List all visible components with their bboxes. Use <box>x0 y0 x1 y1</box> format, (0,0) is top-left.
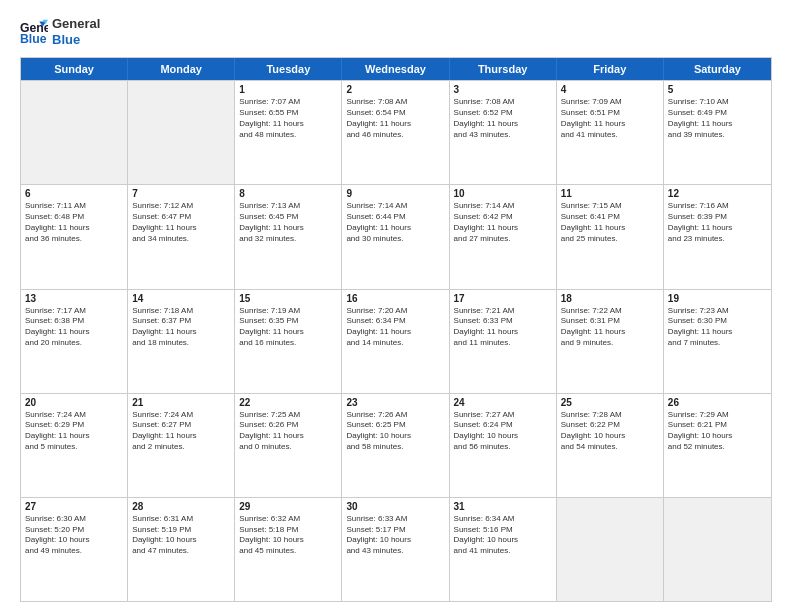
logo-icon: General Blue <box>20 18 48 46</box>
calendar-cell: 11Sunrise: 7:15 AM Sunset: 6:41 PM Dayli… <box>557 185 664 288</box>
logo-text-general: General <box>52 16 100 32</box>
calendar-cell <box>664 498 771 601</box>
day-info: Sunrise: 7:25 AM Sunset: 6:26 PM Dayligh… <box>239 410 337 453</box>
day-number: 25 <box>561 397 659 408</box>
day-info: Sunrise: 7:17 AM Sunset: 6:38 PM Dayligh… <box>25 306 123 349</box>
day-number: 5 <box>668 84 767 95</box>
day-number: 28 <box>132 501 230 512</box>
day-number: 27 <box>25 501 123 512</box>
day-info: Sunrise: 7:08 AM Sunset: 6:52 PM Dayligh… <box>454 97 552 140</box>
day-info: Sunrise: 7:10 AM Sunset: 6:49 PM Dayligh… <box>668 97 767 140</box>
day-info: Sunrise: 7:28 AM Sunset: 6:22 PM Dayligh… <box>561 410 659 453</box>
weekday-header-friday: Friday <box>557 58 664 80</box>
day-info: Sunrise: 7:22 AM Sunset: 6:31 PM Dayligh… <box>561 306 659 349</box>
day-info: Sunrise: 7:27 AM Sunset: 6:24 PM Dayligh… <box>454 410 552 453</box>
day-number: 24 <box>454 397 552 408</box>
calendar-cell: 19Sunrise: 7:23 AM Sunset: 6:30 PM Dayli… <box>664 290 771 393</box>
weekday-header-wednesday: Wednesday <box>342 58 449 80</box>
calendar-cell: 17Sunrise: 7:21 AM Sunset: 6:33 PM Dayli… <box>450 290 557 393</box>
day-number: 17 <box>454 293 552 304</box>
day-number: 6 <box>25 188 123 199</box>
calendar-cell: 10Sunrise: 7:14 AM Sunset: 6:42 PM Dayli… <box>450 185 557 288</box>
calendar-cell <box>557 498 664 601</box>
weekday-header-monday: Monday <box>128 58 235 80</box>
calendar-cell: 23Sunrise: 7:26 AM Sunset: 6:25 PM Dayli… <box>342 394 449 497</box>
calendar-cell: 9Sunrise: 7:14 AM Sunset: 6:44 PM Daylig… <box>342 185 449 288</box>
page: General Blue General Blue SundayMondayTu… <box>0 0 792 612</box>
day-number: 14 <box>132 293 230 304</box>
day-number: 21 <box>132 397 230 408</box>
weekday-header-saturday: Saturday <box>664 58 771 80</box>
day-info: Sunrise: 7:29 AM Sunset: 6:21 PM Dayligh… <box>668 410 767 453</box>
day-number: 10 <box>454 188 552 199</box>
calendar-cell: 3Sunrise: 7:08 AM Sunset: 6:52 PM Daylig… <box>450 81 557 184</box>
day-info: Sunrise: 6:33 AM Sunset: 5:17 PM Dayligh… <box>346 514 444 557</box>
day-info: Sunrise: 7:26 AM Sunset: 6:25 PM Dayligh… <box>346 410 444 453</box>
calendar-cell: 4Sunrise: 7:09 AM Sunset: 6:51 PM Daylig… <box>557 81 664 184</box>
day-info: Sunrise: 7:15 AM Sunset: 6:41 PM Dayligh… <box>561 201 659 244</box>
calendar-row-3: 20Sunrise: 7:24 AM Sunset: 6:29 PM Dayli… <box>21 393 771 497</box>
calendar-cell: 7Sunrise: 7:12 AM Sunset: 6:47 PM Daylig… <box>128 185 235 288</box>
svg-text:Blue: Blue <box>20 31 47 45</box>
day-info: Sunrise: 7:14 AM Sunset: 6:44 PM Dayligh… <box>346 201 444 244</box>
header: General Blue General Blue <box>20 16 772 47</box>
day-number: 3 <box>454 84 552 95</box>
calendar-cell: 26Sunrise: 7:29 AM Sunset: 6:21 PM Dayli… <box>664 394 771 497</box>
day-number: 23 <box>346 397 444 408</box>
calendar-cell: 29Sunrise: 6:32 AM Sunset: 5:18 PM Dayli… <box>235 498 342 601</box>
day-number: 16 <box>346 293 444 304</box>
day-info: Sunrise: 7:07 AM Sunset: 6:55 PM Dayligh… <box>239 97 337 140</box>
calendar-row-0: 1Sunrise: 7:07 AM Sunset: 6:55 PM Daylig… <box>21 80 771 184</box>
day-number: 19 <box>668 293 767 304</box>
day-number: 2 <box>346 84 444 95</box>
day-info: Sunrise: 7:12 AM Sunset: 6:47 PM Dayligh… <box>132 201 230 244</box>
calendar-cell: 18Sunrise: 7:22 AM Sunset: 6:31 PM Dayli… <box>557 290 664 393</box>
day-number: 11 <box>561 188 659 199</box>
calendar-cell: 20Sunrise: 7:24 AM Sunset: 6:29 PM Dayli… <box>21 394 128 497</box>
logo-text-blue: Blue <box>52 32 100 48</box>
calendar: SundayMondayTuesdayWednesdayThursdayFrid… <box>20 57 772 602</box>
day-info: Sunrise: 7:13 AM Sunset: 6:45 PM Dayligh… <box>239 201 337 244</box>
calendar-cell <box>128 81 235 184</box>
day-info: Sunrise: 6:34 AM Sunset: 5:16 PM Dayligh… <box>454 514 552 557</box>
calendar-cell: 24Sunrise: 7:27 AM Sunset: 6:24 PM Dayli… <box>450 394 557 497</box>
calendar-cell: 5Sunrise: 7:10 AM Sunset: 6:49 PM Daylig… <box>664 81 771 184</box>
calendar-cell: 2Sunrise: 7:08 AM Sunset: 6:54 PM Daylig… <box>342 81 449 184</box>
day-number: 8 <box>239 188 337 199</box>
day-info: Sunrise: 7:24 AM Sunset: 6:27 PM Dayligh… <box>132 410 230 453</box>
day-number: 4 <box>561 84 659 95</box>
calendar-cell: 8Sunrise: 7:13 AM Sunset: 6:45 PM Daylig… <box>235 185 342 288</box>
day-info: Sunrise: 7:21 AM Sunset: 6:33 PM Dayligh… <box>454 306 552 349</box>
day-number: 1 <box>239 84 337 95</box>
calendar-cell: 12Sunrise: 7:16 AM Sunset: 6:39 PM Dayli… <box>664 185 771 288</box>
calendar-header: SundayMondayTuesdayWednesdayThursdayFrid… <box>21 58 771 80</box>
day-info: Sunrise: 7:23 AM Sunset: 6:30 PM Dayligh… <box>668 306 767 349</box>
calendar-cell: 13Sunrise: 7:17 AM Sunset: 6:38 PM Dayli… <box>21 290 128 393</box>
calendar-cell: 22Sunrise: 7:25 AM Sunset: 6:26 PM Dayli… <box>235 394 342 497</box>
weekday-header-tuesday: Tuesday <box>235 58 342 80</box>
day-number: 31 <box>454 501 552 512</box>
calendar-row-2: 13Sunrise: 7:17 AM Sunset: 6:38 PM Dayli… <box>21 289 771 393</box>
day-info: Sunrise: 7:14 AM Sunset: 6:42 PM Dayligh… <box>454 201 552 244</box>
calendar-row-4: 27Sunrise: 6:30 AM Sunset: 5:20 PM Dayli… <box>21 497 771 601</box>
day-info: Sunrise: 6:31 AM Sunset: 5:19 PM Dayligh… <box>132 514 230 557</box>
day-number: 18 <box>561 293 659 304</box>
weekday-header-sunday: Sunday <box>21 58 128 80</box>
calendar-cell: 15Sunrise: 7:19 AM Sunset: 6:35 PM Dayli… <box>235 290 342 393</box>
calendar-cell: 25Sunrise: 7:28 AM Sunset: 6:22 PM Dayli… <box>557 394 664 497</box>
calendar-cell: 1Sunrise: 7:07 AM Sunset: 6:55 PM Daylig… <box>235 81 342 184</box>
calendar-cell: 21Sunrise: 7:24 AM Sunset: 6:27 PM Dayli… <box>128 394 235 497</box>
calendar-cell: 27Sunrise: 6:30 AM Sunset: 5:20 PM Dayli… <box>21 498 128 601</box>
day-info: Sunrise: 7:16 AM Sunset: 6:39 PM Dayligh… <box>668 201 767 244</box>
day-number: 12 <box>668 188 767 199</box>
logo: General Blue General Blue <box>20 16 100 47</box>
calendar-cell: 30Sunrise: 6:33 AM Sunset: 5:17 PM Dayli… <box>342 498 449 601</box>
calendar-body: 1Sunrise: 7:07 AM Sunset: 6:55 PM Daylig… <box>21 80 771 601</box>
day-number: 26 <box>668 397 767 408</box>
calendar-row-1: 6Sunrise: 7:11 AM Sunset: 6:48 PM Daylig… <box>21 184 771 288</box>
day-number: 29 <box>239 501 337 512</box>
calendar-cell: 16Sunrise: 7:20 AM Sunset: 6:34 PM Dayli… <box>342 290 449 393</box>
day-number: 22 <box>239 397 337 408</box>
day-number: 30 <box>346 501 444 512</box>
day-info: Sunrise: 7:11 AM Sunset: 6:48 PM Dayligh… <box>25 201 123 244</box>
